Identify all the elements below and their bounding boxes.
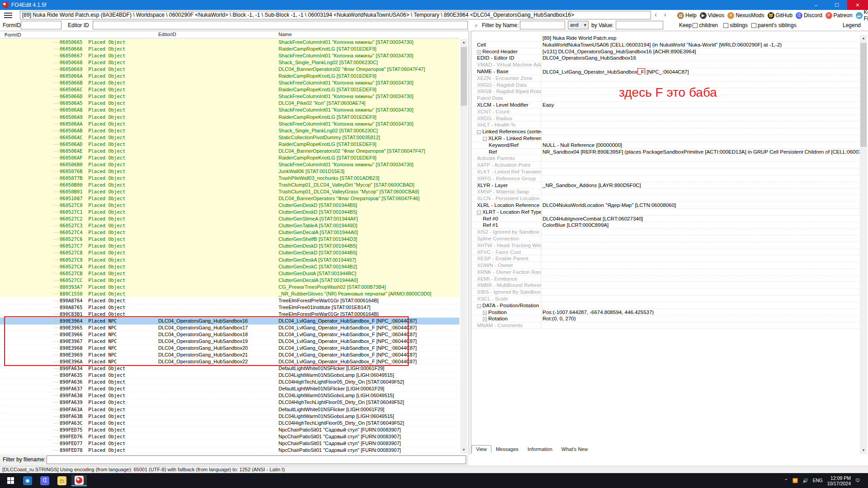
detail-row[interactable]: XCNT - Count — [472, 108, 860, 115]
keep-children-checkbox[interactable] — [693, 23, 698, 28]
detail-row[interactable]: Ref #0DLC04HubIgnoreCombat [LCRT:0602734… — [472, 216, 860, 222]
detail-row[interactable]: XFVC - Favor Cost — [472, 249, 860, 256]
nav-back-icon[interactable]: ‹ — [655, 11, 657, 18]
table-row[interactable]: 890FA63A Placed ObjectDefaultLightWhite0… — [0, 406, 459, 413]
detail-row[interactable]: Spline Connection — [472, 235, 860, 242]
table-row[interactable]: 06050669 Placed ObjectDLC04_BannerOperat… — [0, 66, 459, 73]
detail-row[interactable]: Ref #1ColorBlue [LCRT:000C899A] — [472, 222, 860, 229]
detail-row[interactable]: +PositionPos:(-1007.644287, -6674.808594… — [472, 309, 860, 316]
table-row[interactable]: 060527C1 Placed ObjectClutterGenDeskD [S… — [0, 209, 459, 216]
table-row[interactable]: 890E3969 Placed NPCDLC04_OperatorsGang_H… — [0, 352, 459, 358]
table-row[interactable]: 06050667 Placed ObjectShackFreeColumnInt… — [0, 52, 459, 59]
table-row[interactable]: 060506AD Placed ObjectRaiderCampRopeKnot… — [0, 141, 459, 148]
table-row[interactable]: 06050B00 Placed ObjectTrashClump01_DLC04… — [0, 182, 459, 188]
detail-row[interactable]: XRFG - Reference Group — [472, 175, 860, 182]
table-row[interactable]: 0605066A Placed ObjectRaiderCampRopeKnot… — [0, 73, 459, 80]
formid-input[interactable] — [21, 21, 61, 29]
filter-by-filename-input[interactable] — [47, 455, 466, 464]
table-row[interactable]: 890FA636 Placed ObjectDLC04HighTechLight… — [0, 379, 459, 385]
detail-row[interactable]: RefNR_Sandbox04 [REFR:890E395F] (places … — [472, 149, 860, 155]
table-row[interactable]: 060527C9 Placed ObjectClutterGenDeskA [S… — [0, 257, 459, 263]
language-indicator[interactable]: ENG — [813, 478, 823, 483]
menu-icon[interactable] — [4, 13, 12, 18]
expander-icon[interactable]: – — [477, 304, 481, 308]
detail-row[interactable]: XATP - Activation Point — [472, 162, 860, 169]
table-row[interactable]: 060527C0 Placed ObjectClutterGenDeskD [S… — [0, 202, 459, 209]
name-column-header[interactable]: Name — [278, 32, 292, 37]
nav-forward-icon[interactable]: › — [664, 11, 666, 18]
table-row[interactable]: 890FA637 Placed ObjectDefaultLightWhite0… — [0, 385, 459, 392]
table-row[interactable]: 06050B01 Placed ObjectTrashClump01_DLC04… — [0, 188, 459, 195]
table-row[interactable]: 0605066C Placed ObjectRaiderCampRopeKnot… — [0, 86, 459, 93]
tab-view[interactable]: View — [472, 445, 491, 453]
table-row[interactable]: 890FED76 Placed ObjectNpcChairPatioSit01… — [0, 433, 459, 440]
detail-scrollbar[interactable]: ▲ ▼ — [860, 35, 867, 454]
detail-row[interactable]: XRDS - Radius — [472, 115, 860, 122]
table-row[interactable]: 060527C8 Placed ObjectClutterGenDeskD [S… — [0, 249, 459, 256]
detail-row[interactable]: XEZN - Encounter Zone — [472, 75, 860, 82]
taskbar-clock[interactable]: 12:09 PM 10/17/2024 — [827, 475, 851, 486]
detail-row[interactable]: XIBS - Ignored By Sandbox — [472, 289, 860, 296]
table-row[interactable]: 890FED77 Placed ObjectNpcChairPatioSit01… — [0, 440, 459, 447]
maximize-button[interactable]: ☐ — [826, 0, 847, 10]
link-discord[interactable]: ᗧDiscord — [796, 12, 822, 19]
expander-icon[interactable]: – — [477, 130, 481, 134]
table-row[interactable]: 06050665 Placed ObjectShackFreeColumnInt… — [0, 39, 459, 46]
panel-splitter[interactable] — [468, 31, 472, 455]
table-row[interactable]: 890E3964 Placed NPCDLC04_OperatorsGang_H… — [0, 318, 459, 324]
legend-button[interactable]: Legend — [843, 22, 861, 28]
action-center-icon[interactable]: 🗨 — [855, 478, 860, 483]
table-row[interactable]: 060527C3 Placed ObjectClutterGenTableA [… — [0, 222, 459, 229]
table-row[interactable]: 0605066B Placed ObjectShackFreeColumnInt… — [0, 80, 459, 86]
detail-row[interactable]: XMBR - MultiBound Reference — [472, 282, 860, 289]
link-videos[interactable]: ▶Videos — [700, 12, 724, 19]
fo4edit-taskbar-icon[interactable] — [71, 475, 87, 486]
detail-row[interactable]: XRNK - Owner Faction Rank — [472, 269, 860, 276]
tree-scrollbar[interactable]: ▲ ▼ — [460, 39, 467, 454]
table-row[interactable]: 06050668 Placed ObjectShack_Single_Plank… — [0, 59, 459, 66]
table-row[interactable]: 890FA63B Placed ObjectDLC04LightWarm01NS… — [0, 413, 459, 420]
table-row[interactable]: 890E3965 Placed NPCDLC04_OperatorsGang_H… — [0, 324, 459, 331]
table-row[interactable]: 890E3967 Placed NPCDLC04_OperatorsGang_H… — [0, 338, 459, 345]
detail-row[interactable]: XHTW - Head-Tracking Weig... — [472, 242, 860, 249]
table-row[interactable]: 060506AA Placed ObjectShackFreeColumnInt… — [0, 121, 459, 127]
table-row[interactable]: 060527C2 Placed ObjectClutterGenSlimeA [… — [0, 216, 459, 222]
filter-operator-select[interactable]: and — [568, 21, 589, 29]
volume-icon[interactable]: 🔊 — [802, 478, 808, 483]
detail-row[interactable]: XLKT - Linked Ref Transient — [472, 169, 860, 175]
table-row[interactable]: 890E3966 Placed NPCDLC04_OperatorsGang_H… — [0, 331, 459, 338]
tab-information[interactable]: Information — [523, 445, 557, 453]
editorid-input[interactable] — [93, 21, 468, 29]
table-row[interactable]: 890FA638 Placed ObjectDLC04LightWarm01NS… — [0, 392, 459, 399]
detail-row[interactable]: MNAM - Comments — [472, 322, 860, 329]
detail-row[interactable]: EDID - Editor IDDLC04_OperatorsGang_HubS… — [472, 55, 860, 61]
table-row[interactable]: 890E396A Placed NPCDLC04_OperatorsGang_H… — [0, 358, 459, 365]
detail-row[interactable]: +Record Header[v131] DLC04_OperatorsGang… — [472, 48, 860, 55]
table-row[interactable]: 060506AE Placed ObjectDLC04_BannerOperat… — [0, 148, 459, 155]
table-row[interactable]: 890E3968 Placed NPCDLC04_OperatorsGang_H… — [0, 345, 459, 352]
tab-what-s-new[interactable]: What's New — [557, 445, 592, 453]
table-row[interactable]: 060506AC Placed ObjectStaticCollectionPi… — [0, 134, 459, 141]
link-ko-fi[interactable]: ☕Ko-Fi — [856, 9, 868, 22]
link-nexusmods[interactable]: ✕NexusMods — [727, 12, 764, 19]
detail-row[interactable]: –Linked References (sorted) — [472, 128, 860, 135]
expander-icon[interactable]: + — [483, 311, 487, 315]
detail-row[interactable]: [89] Nuka Ride World Patch.esp — [472, 35, 860, 42]
table-row[interactable]: 880C1550 Placed Object_NR_RubberGloves "… — [0, 291, 459, 297]
table-row[interactable]: 060506B0 Placed ObjectShackFreeColumnInt… — [0, 161, 459, 168]
expander-icon[interactable]: + — [477, 50, 481, 54]
detail-row[interactable]: Keyword/RefNULL - Null Reference [000000… — [472, 142, 860, 149]
table-row[interactable]: 060527C7 Placed ObjectClutterGenDeskD [S… — [0, 243, 459, 249]
editorid-column-header[interactable]: EditorID — [158, 32, 176, 37]
detail-row[interactable]: XMSP - Material Swap — [472, 188, 860, 195]
table-row[interactable]: 890FED78 Placed ObjectNpcChairPatioSit01… — [0, 447, 459, 454]
table-row[interactable]: 0605077B Placed ObjectTrashPileWall03_no… — [0, 175, 459, 182]
filter-name-input[interactable] — [520, 21, 565, 29]
link-github[interactable]: 🐱GitHub — [768, 12, 793, 19]
table-row[interactable]: 060506AF Placed ObjectRaiderCampRopeKnot… — [0, 155, 459, 161]
close-button[interactable]: ✕ — [847, 0, 868, 10]
breadcrumb[interactable]: [89] Nuka Ride World Patch.esp (8A3E4BDF… — [20, 11, 651, 19]
table-row[interactable]: 890FA635 Placed ObjectDLC04LightWarm01NS… — [0, 372, 459, 379]
detail-row[interactable]: XHLT - Health % — [472, 122, 860, 128]
detail-row[interactable]: XSCL - Scale — [472, 296, 860, 302]
